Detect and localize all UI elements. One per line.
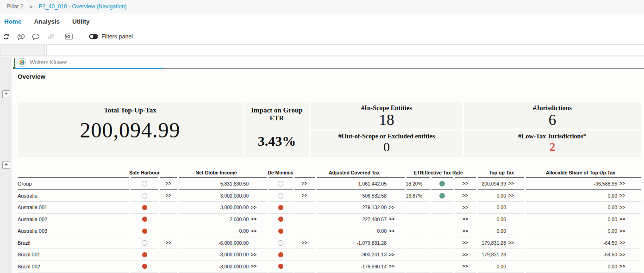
safe-harbour-dot: [142, 205, 147, 210]
top-up-tax-value: 200,094.99: [481, 181, 506, 186]
cash-register-icon[interactable]: [65, 33, 73, 40]
effective-tax-rate-drill[interactable]: >>: [463, 205, 469, 210]
safe-harbour-dot: [142, 229, 147, 234]
de-minimis-dot: [278, 252, 283, 257]
filter-input-main[interactable]: [46, 44, 644, 56]
kpi-jurisdictions: #Jurisdictions 6: [464, 102, 641, 129]
de-minimis-dot: [278, 240, 283, 246]
etr-value: 18.20%: [406, 178, 430, 190]
effective-tax-rate-drill[interactable]: >>: [463, 240, 469, 245]
top-up-tax-value: 0.00: [497, 228, 506, 234]
filter-inputs-row: [0, 43, 644, 56]
de-minimis-drill[interactable]: >>: [302, 181, 308, 186]
breadcrumb: Pillar 2 » P2_40_010 - Overview (Navigat…: [0, 0, 644, 13]
tab-analysis[interactable]: Analysis: [34, 18, 60, 25]
allocable-share-drill[interactable]: >>: [617, 240, 635, 245]
allocable-share-drill[interactable]: >>: [617, 205, 635, 210]
report-tab-wolters-kluwer[interactable]: Wolters Kluwer: [15, 57, 165, 68]
refresh-icon[interactable]: [2, 33, 10, 40]
page-title: Overview: [18, 73, 45, 80]
allocable-share-value: 0.00: [608, 264, 617, 269]
adjusted-covered-tax-drill[interactable]: >>: [387, 252, 405, 257]
table-row: Australia>>3,002,000.00>>506,532.5816.87…: [18, 190, 641, 202]
etr-value: [406, 249, 430, 261]
col-header-net-globe-income: Net Globe Income: [179, 168, 267, 178]
safe-harbour-drill[interactable]: >>: [166, 181, 172, 186]
top-up-tax-drill[interactable]: >>: [506, 240, 524, 245]
adjusted-covered-tax-drill[interactable]: >>: [387, 217, 405, 222]
col-header-safe-harbour: Safe Harbour: [131, 168, 158, 178]
kpi-impact-on-group-etr: Impact on Group ETR 3.43%: [244, 102, 309, 157]
net-globe-income-drill[interactable]: >>: [249, 205, 267, 210]
adjusted-covered-tax-value: 1,061,442.05: [358, 181, 387, 186]
effective-tax-rate-drill[interactable]: >>: [463, 217, 469, 222]
top-up-tax-value: 0.00: [497, 193, 506, 199]
allocable-share-drill[interactable]: >>: [617, 229, 635, 234]
breadcrumb-separator-icon: »: [30, 3, 33, 10]
allocable-share-drill[interactable]: >>: [617, 217, 635, 222]
allocable-share-drill[interactable]: >>: [617, 193, 635, 198]
kpi-label: Impact on Group ETR: [244, 106, 309, 122]
adjusted-covered-tax-value: -179,590.14: [361, 264, 387, 269]
menu-bar: Home Analysis Utility: [0, 13, 644, 30]
net-globe-income-drill[interactable]: >>: [249, 264, 267, 269]
de-minimis-dot: [278, 181, 283, 186]
table-header: Safe Harbour Net Globe Income De Minimis…: [18, 168, 641, 178]
comment-search-icon[interactable]: [17, 33, 25, 40]
entity-name: Australia 002: [18, 214, 129, 226]
tab-utility[interactable]: Utility: [72, 18, 90, 25]
effective-tax-rate-drill[interactable]: >>: [463, 229, 469, 234]
report-tab-label: Wolters Kluwer: [30, 59, 67, 66]
allocable-share-drill[interactable]: >>: [617, 181, 635, 186]
top-up-tax-drill[interactable]: >>: [506, 193, 524, 198]
net-globe-income-value: 5,831,830.50: [220, 181, 249, 186]
top-up-tax-drill[interactable]: >>: [506, 181, 524, 186]
de-minimis-dot: [278, 217, 283, 222]
adjusted-covered-tax-value: 506,532.58: [362, 193, 387, 199]
etr-value: [406, 225, 430, 237]
effective-tax-rate-drill[interactable]: >>: [463, 193, 469, 198]
etr-value: [406, 237, 430, 249]
attachment-icon: [47, 33, 55, 40]
effective-tax-rate-drill[interactable]: >>: [463, 264, 469, 269]
kpi-label: #In-Scope Entities: [311, 105, 462, 112]
allocable-share-drill[interactable]: >>: [617, 264, 635, 269]
expand-section-button[interactable]: +: [2, 90, 10, 98]
expand-section-button[interactable]: +: [2, 161, 10, 169]
comment-icon[interactable]: [32, 33, 40, 40]
effective-tax-rate-drill[interactable]: >>: [463, 252, 469, 257]
kpi-value: 3.43%: [244, 134, 309, 148]
de-minimis-drill[interactable]: >>: [302, 240, 308, 245]
top-up-tax-value: 179,831.28: [481, 240, 506, 246]
de-minimis-drill[interactable]: >>: [302, 193, 308, 198]
allocable-share-value: 0.00: [608, 228, 617, 234]
safe-harbour-drill[interactable]: >>: [166, 193, 172, 198]
kpi-value: 0: [311, 141, 462, 154]
table-row: Brazil>>-6,000,000.00>>-1,079,831.28>>17…: [18, 237, 641, 249]
col-header-top-up-tax: Top up Tax: [478, 168, 524, 178]
net-globe-income-value: -3,000,000.00: [219, 264, 249, 269]
table-row: Brazil 001-3,000,000.00>>-900,241.13>>>>…: [18, 249, 641, 261]
top-up-tax-value: 179,831.28: [481, 252, 506, 257]
allocable-share-drill[interactable]: >>: [617, 252, 635, 257]
adjusted-covered-tax-drill[interactable]: >>: [387, 205, 405, 210]
net-globe-income-drill[interactable]: >>: [249, 252, 267, 257]
allocable-share-value: 0.00: [608, 193, 617, 199]
col-header-entity: [18, 168, 129, 178]
jurisdiction-table: Safe Harbour Net Globe Income De Minimis…: [18, 168, 641, 273]
filters-panel-label[interactable]: Filters panel: [101, 33, 133, 40]
breadcrumb-root[interactable]: Pillar 2: [6, 3, 24, 10]
filters-toggle-icon[interactable]: [89, 34, 98, 39]
net-globe-income-drill[interactable]: >>: [249, 217, 267, 222]
effective-tax-rate-drill[interactable]: >>: [463, 181, 469, 186]
net-globe-income-value: 2,000.00: [230, 217, 249, 222]
adjusted-covered-tax-drill[interactable]: >>: [387, 229, 405, 234]
adjusted-covered-tax-drill[interactable]: >>: [387, 264, 405, 269]
net-globe-income-drill[interactable]: >>: [249, 229, 267, 234]
filter-input-left[interactable]: [0, 44, 45, 56]
safe-harbour-drill[interactable]: >>: [166, 240, 172, 245]
tab-home[interactable]: Home: [4, 18, 22, 25]
breadcrumb-current[interactable]: P2_40_010 - Overview (Navigation): [38, 3, 126, 10]
effective-tax-rate-dot: [439, 181, 445, 186]
allocable-share-value: -96,588.95: [594, 181, 617, 186]
